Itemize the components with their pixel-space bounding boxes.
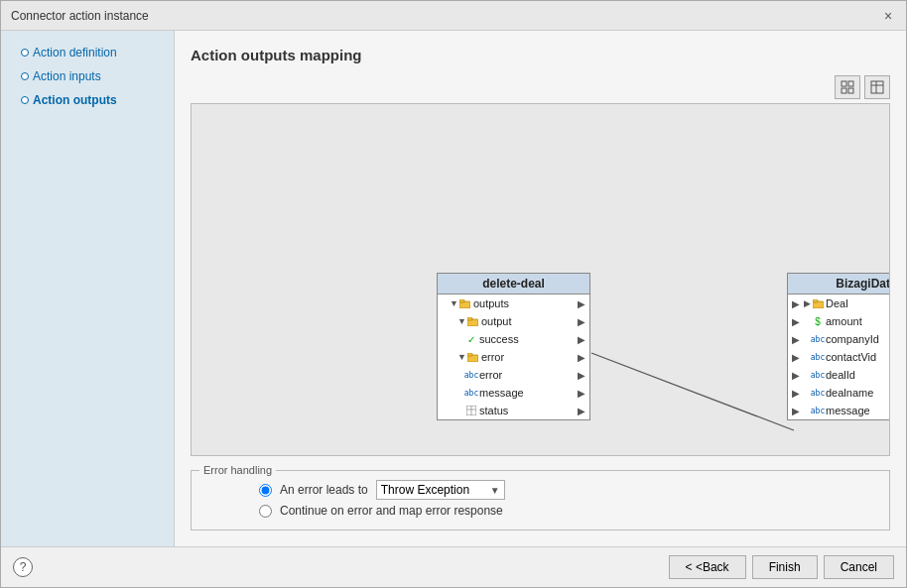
row-arrow: ▶ — [578, 298, 585, 309]
sidebar-bullet — [21, 49, 29, 57]
dialog-body: Action definition Action inputs Action o… — [1, 31, 906, 546]
abc-icon: abc — [812, 351, 824, 363]
row-arrow-left: ▶ — [792, 298, 800, 309]
expand-icon[interactable]: ▶ — [804, 298, 811, 308]
row-label: dealname — [826, 387, 873, 399]
finish-button[interactable]: Finish — [752, 555, 818, 579]
row-arrow-left: ▶ — [792, 352, 800, 363]
sidebar-item-label: Action inputs — [33, 69, 101, 83]
expand-icon[interactable]: ▼ — [457, 316, 466, 326]
row-label: outputs — [473, 297, 509, 309]
radio-row-1: An error leads to Throw Exception ▼ — [199, 480, 881, 500]
back-button[interactable]: < <Back — [669, 555, 746, 579]
sidebar-item-label: Action outputs — [33, 93, 117, 107]
sidebar-bullet — [21, 72, 29, 80]
footer-left: ? — [13, 557, 33, 577]
row-arrow-left: ▶ — [792, 334, 800, 345]
radio2-label: Continue on error and map error response — [280, 504, 503, 518]
sidebar-item-label: Action definition — [33, 46, 117, 59]
right-box-title: BizagiData — [788, 274, 890, 294]
row-label: output — [481, 315, 512, 327]
row-label: dealId — [826, 369, 855, 381]
row-label: status — [479, 405, 508, 416]
row-label: amount — [826, 315, 862, 327]
close-button[interactable]: × — [880, 8, 896, 24]
help-button[interactable]: ? — [13, 557, 33, 577]
svg-rect-13 — [467, 353, 472, 356]
row-arrow: ▶ — [578, 370, 585, 381]
row-label: error — [479, 369, 502, 381]
row-arrow-left: ▶ — [792, 388, 800, 399]
radio1-label: An error leads to — [280, 483, 368, 497]
row-label: contactVid — [826, 351, 876, 363]
table-row: ▶ abc dealId — [788, 366, 890, 384]
svg-rect-2 — [842, 88, 846, 93]
mapping-area: delete-deal ▼ outputs ▶ — [191, 103, 890, 456]
right-mapping-box: BizagiData ▶ ▶ Deal ▶ — [787, 273, 890, 420]
folder-icon — [467, 351, 479, 363]
table-row: ▼ outputs ▶ — [438, 294, 589, 312]
row-arrow: ▶ — [578, 316, 585, 327]
row-label: Deal — [826, 297, 848, 309]
mapping-canvas: delete-deal ▼ outputs ▶ — [192, 104, 889, 455]
svg-rect-18 — [813, 299, 818, 302]
table-row: ▶ ▶ Deal — [788, 294, 890, 312]
table-row: ▶ $ amount — [788, 312, 890, 330]
error-handling-section: Error handling An error leads to Throw E… — [191, 464, 890, 530]
check-icon: ✓ — [465, 333, 477, 345]
abc-icon: abc — [465, 369, 477, 381]
svg-rect-3 — [848, 88, 853, 93]
row-arrow: ▶ — [578, 334, 585, 345]
row-arrow-left: ▶ — [792, 316, 800, 327]
row-arrow: ▶ — [578, 388, 585, 399]
dollar-icon: $ — [812, 315, 824, 327]
throw-exception-dropdown[interactable]: Throw Exception ▼ — [376, 480, 505, 500]
radio-row-2: Continue on error and map error response — [199, 504, 881, 518]
toolbar — [191, 75, 890, 99]
svg-rect-9 — [459, 299, 464, 302]
main-content: Action outputs mapping — [175, 31, 906, 546]
sidebar-item-action-definition[interactable]: Action definition — [1, 41, 174, 64]
sidebar: Action definition Action inputs Action o… — [1, 31, 175, 546]
sidebar-item-action-inputs[interactable]: Action inputs — [1, 64, 174, 88]
abc-icon: abc — [812, 405, 824, 416]
sidebar-bullet — [21, 96, 29, 104]
row-arrow: ▶ — [578, 352, 585, 363]
radio-continue-on-error[interactable] — [259, 505, 272, 518]
row-arrow-left: ▶ — [792, 406, 800, 416]
layout-icon — [841, 80, 854, 94]
dialog-footer: ? < <Back Finish Cancel — [1, 546, 906, 587]
dialog: Connector action instance × Action defin… — [0, 0, 907, 588]
table-row: ▶ abc dealname — [788, 384, 890, 402]
row-arrow-left: ▶ — [792, 370, 800, 381]
error-handling-inner: An error leads to Throw Exception ▼ Cont… — [199, 480, 881, 518]
table-row: ▶ abc companyId — [788, 330, 890, 348]
table-row: ▶ abc message — [788, 402, 890, 419]
row-label: message — [826, 405, 870, 416]
sidebar-item-action-outputs[interactable]: Action outputs — [1, 88, 174, 112]
table-row: ▼ error ▶ — [438, 348, 589, 366]
abc-icon: abc — [465, 387, 477, 399]
expand-icon[interactable]: ▼ — [457, 352, 466, 362]
dropdown-arrow-icon: ▼ — [490, 485, 500, 496]
dropdown-value: Throw Exception — [381, 483, 469, 497]
row-arrow: ▶ — [578, 406, 585, 416]
row-label: success — [479, 333, 519, 345]
row-label: companyId — [826, 333, 879, 345]
svg-line-7 — [591, 353, 794, 430]
svg-rect-1 — [848, 81, 853, 86]
table-row: ▼ output ▶ — [438, 312, 589, 330]
table-row: abc error ▶ — [438, 366, 589, 384]
abc-icon: abc — [812, 333, 824, 345]
table-row: ✓ success ▶ — [438, 330, 589, 348]
folder-icon — [812, 297, 824, 309]
folder-icon — [467, 315, 479, 327]
radio-error-leads-to[interactable] — [259, 484, 272, 497]
toolbar-btn-expand[interactable] — [864, 75, 890, 99]
folder-icon — [459, 297, 471, 309]
dialog-title: Connector action instance — [11, 9, 149, 23]
toolbar-btn-layout[interactable] — [835, 75, 860, 99]
expand-icon[interactable]: ▼ — [450, 298, 458, 308]
cancel-button[interactable]: Cancel — [824, 555, 894, 579]
svg-rect-4 — [871, 81, 883, 93]
